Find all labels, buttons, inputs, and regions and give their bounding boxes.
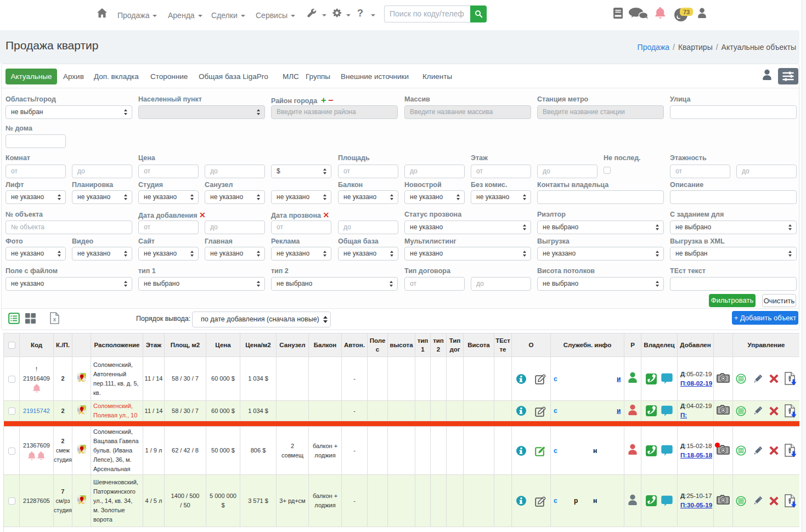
svg-text:x: x — [53, 316, 57, 322]
svg-text:73: 73 — [683, 9, 690, 15]
